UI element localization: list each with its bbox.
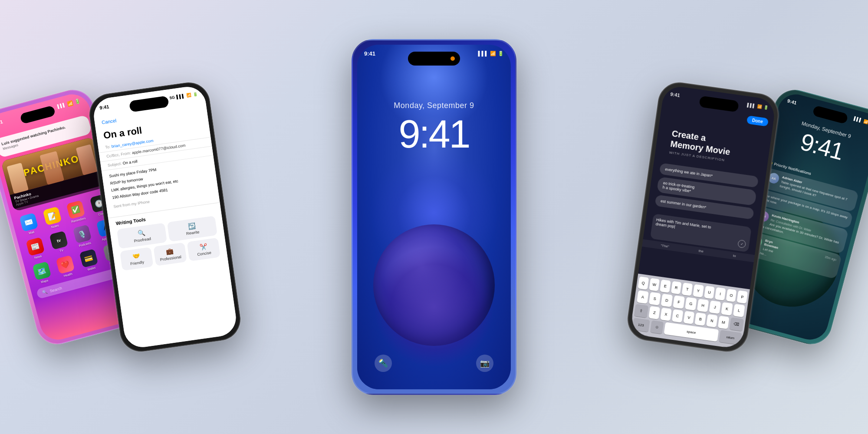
app-label-news: News	[34, 254, 42, 259]
phone-3: 9:41 ▌▌▌ 📶 🔋 Monday, September 9 9:41 🔦 …	[352, 39, 516, 395]
key-return[interactable]: return	[719, 330, 742, 345]
key-delete[interactable]: ⌫	[729, 317, 744, 331]
time-4: 9:41	[670, 92, 680, 98]
predictive-1[interactable]: "The"	[661, 243, 670, 249]
wifi-icon-1: 📶	[66, 100, 74, 107]
key-g[interactable]: G	[685, 297, 697, 311]
appletv-icon: tv	[49, 231, 68, 250]
key-o[interactable]: O	[726, 289, 736, 302]
app-label-mail: Mail	[29, 230, 35, 235]
battery-2: 🔋	[193, 92, 198, 97]
app-icon-health[interactable]: ❤️ Health	[53, 254, 79, 279]
key-emoji[interactable]: ☺	[650, 320, 664, 334]
rewrite-label: Rewrite	[186, 230, 200, 236]
predictive-3[interactable]: to	[733, 254, 736, 258]
wifi-2: 📶	[186, 93, 191, 98]
key-shift[interactable]: ⇧	[634, 304, 649, 318]
camera-button[interactable]: 📷	[476, 355, 493, 372]
key-t[interactable]: T	[682, 283, 693, 296]
key-i[interactable]: I	[715, 287, 726, 301]
key-a[interactable]: A	[637, 290, 649, 304]
lockscreen-time: 9:41	[357, 112, 511, 157]
wifi-4: 📶	[757, 104, 762, 109]
wifi-3: 📶	[490, 51, 496, 56]
app-icon-mail[interactable]: ✉️ Mail	[16, 212, 42, 237]
rewrite-button[interactable]: ↩️ Rewrite	[167, 216, 217, 242]
key-d[interactable]: D	[661, 294, 673, 307]
professional-icon: 💼	[166, 247, 174, 255]
signal-3: ▌▌▌	[478, 51, 488, 56]
check-icon: ✓	[737, 240, 746, 248]
signal-2: ▌▌▌	[176, 94, 185, 99]
key-q[interactable]: Q	[638, 276, 649, 290]
subject-value: On a roll	[122, 159, 138, 166]
key-numbers[interactable]: 123	[632, 318, 650, 332]
health-icon: ❤️	[56, 255, 75, 274]
done-button[interactable]: Done	[746, 115, 769, 127]
key-e[interactable]: E	[660, 279, 671, 293]
notes-icon: 📝	[43, 207, 62, 226]
lockscreen-bg	[357, 45, 511, 389]
app-icon-tv[interactable]: tv TV	[47, 230, 72, 255]
signal-5: ▌▌▌	[853, 116, 862, 123]
wallet-icon: 💳	[79, 249, 98, 268]
key-u[interactable]: U	[704, 286, 715, 299]
battery-3: 🔋	[498, 51, 504, 56]
app-icon-news[interactable]: 📰 News	[23, 237, 48, 261]
key-r[interactable]: R	[671, 281, 682, 295]
status-icons-2: 5G ▌▌▌ 📶 🔋	[169, 92, 198, 100]
battery-4: 🔋	[763, 105, 769, 110]
cc-label: Cc/Bcc, From:	[106, 151, 132, 158]
key-k[interactable]: K	[721, 302, 733, 316]
keyboard: Q W E R T Y U I O P A S D	[630, 273, 750, 349]
signal-4: ▌▌▌	[747, 103, 756, 108]
time-1: 9:41	[0, 119, 3, 126]
key-l[interactable]: L	[733, 304, 745, 317]
key-m[interactable]: M	[718, 316, 729, 329]
key-z[interactable]: Z	[649, 306, 660, 319]
key-h[interactable]: H	[697, 299, 709, 312]
cancel-button[interactable]: Cancel	[101, 118, 117, 125]
key-b[interactable]: B	[695, 312, 706, 326]
professional-button[interactable]: 💼 Professional	[153, 242, 187, 266]
subject-label: Subject:	[107, 161, 123, 168]
key-x[interactable]: X	[660, 308, 671, 321]
key-f[interactable]: F	[673, 296, 685, 309]
friendly-button[interactable]: 🤝 Friendly	[120, 247, 154, 271]
app-label-health: Health	[63, 272, 72, 277]
prompt-text-3: est summer in our garden*	[660, 199, 706, 210]
status-bar-3: 9:41 ▌▌▌ 📶 🔋	[357, 45, 511, 62]
search-icon: 🔍	[42, 289, 48, 296]
app-icon-podcasts[interactable]: 🎙️ Podcasts	[70, 224, 95, 249]
mail-icon: ✉️	[19, 213, 38, 232]
to-label: To:	[105, 145, 112, 150]
professional-label: Professional	[160, 254, 181, 262]
friendly-label: Friendly	[130, 260, 144, 266]
writing-tools-section: Writing Tools 🔍 Proofread ↩️ Rewrite	[108, 202, 228, 275]
proofread-button[interactable]: 🔍 Proofread	[117, 223, 167, 249]
flashlight-button[interactable]: 🔦	[375, 355, 392, 372]
network-2: 5G	[169, 95, 175, 100]
lockscreen-date: Monday, September 9	[357, 101, 511, 110]
time-3: 9:41	[364, 50, 375, 57]
key-n[interactable]: N	[706, 314, 717, 328]
key-w[interactable]: W	[649, 278, 660, 292]
friendly-icon: 🤝	[132, 252, 140, 260]
app-icon-wallet[interactable]: 💳 Wallet	[77, 248, 102, 273]
status-icons-5: ▌▌▌ 📶 🔋	[853, 116, 868, 126]
key-p[interactable]: P	[737, 290, 748, 304]
key-s[interactable]: S	[649, 292, 661, 306]
key-c[interactable]: C	[672, 309, 683, 323]
key-j[interactable]: J	[709, 300, 721, 314]
reminders-icon: ✅	[66, 200, 85, 219]
predictive-2[interactable]: the	[698, 249, 704, 253]
concise-button[interactable]: ✂️ Concise	[187, 237, 220, 261]
key-v[interactable]: V	[683, 311, 694, 324]
app-icon-reminders[interactable]: ✅ Reminders	[64, 199, 89, 224]
key-y[interactable]: Y	[693, 284, 704, 298]
app-icon-notes[interactable]: 📝 Notes	[40, 206, 66, 230]
app-icon-maps[interactable]: 🗺️ Maps	[30, 261, 55, 286]
signal-icon-1: ▌▌▌	[57, 102, 66, 109]
lockscreen-orb-bottom	[373, 246, 495, 368]
concise-label: Concise	[197, 250, 212, 256]
